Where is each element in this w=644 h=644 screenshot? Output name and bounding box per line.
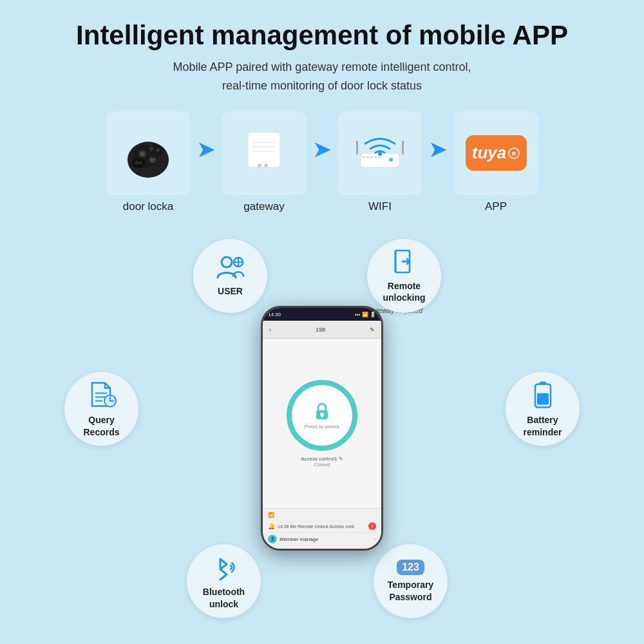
- phone-signal: ▪▪▪ 📶 🔋: [355, 312, 376, 317]
- gateway-label: gateway: [243, 200, 284, 213]
- door-lock-box: [106, 111, 190, 195]
- svg-point-32: [222, 257, 232, 267]
- phone-status-bar: 14:30 ▪▪▪ 📶 🔋: [263, 308, 381, 321]
- door-lock-label: door locka: [123, 200, 173, 213]
- battery-icon: [529, 381, 557, 409]
- svg-rect-22: [378, 156, 381, 158]
- phone-number: 198: [316, 327, 325, 333]
- svg-point-23: [389, 158, 393, 162]
- app-box: tuya R: [454, 111, 538, 195]
- flow-item-wifi: WIFI: [328, 111, 431, 213]
- svg-rect-15: [253, 146, 275, 147]
- password-icon-area: 123: [397, 560, 424, 576]
- wifi-box: [338, 111, 422, 195]
- lock-circle[interactable]: Press to unlock: [287, 380, 357, 451]
- notification-text: 14:28 Me Remote Unlock Access cont.: [278, 524, 366, 529]
- svg-rect-11: [248, 132, 280, 167]
- bluetooth-icon: [209, 553, 240, 581]
- wifi-router-icon: [351, 131, 409, 176]
- nav-edit[interactable]: ✎: [370, 327, 375, 333]
- phone-bottom-section: 📶 🔔 14:28 Me Remote Unlock Access cont. …: [263, 508, 381, 549]
- svg-point-12: [258, 164, 261, 167]
- bottom-section: 14:30 ▪▪▪ 📶 🔋 ‹ 198 ✎: [26, 232, 618, 625]
- svg-rect-25: [356, 140, 358, 155]
- svg-text:R: R: [512, 151, 516, 157]
- svg-rect-14: [253, 142, 275, 143]
- remote-label: Remoteunlocking: [383, 280, 425, 303]
- flow-row: door locka ➤ gateway ➤: [97, 111, 547, 213]
- closed-status: Closed: [314, 462, 330, 468]
- password-badge: 123: [397, 560, 424, 575]
- svg-rect-20: [370, 156, 373, 158]
- svg-rect-26: [402, 140, 404, 155]
- press-to-unlock-label: Press to unlock: [305, 424, 340, 430]
- main-container: Intelligent management of mobile APP Mob…: [0, 0, 644, 644]
- member-item[interactable]: 👤 Member manage ›: [268, 533, 376, 545]
- user-icon-area: [215, 254, 246, 283]
- svg-rect-46: [540, 382, 546, 385]
- svg-point-24: [378, 152, 382, 156]
- svg-point-37: [403, 260, 406, 263]
- notification-badge: 2: [368, 522, 376, 530]
- feature-circle-password: 123 TemporaryPassword: [374, 544, 448, 618]
- svg-rect-47: [537, 393, 549, 405]
- user-label: USER: [218, 285, 243, 297]
- tuya-logo: tuya R: [466, 135, 527, 171]
- svg-point-13: [264, 164, 268, 167]
- feature-circle-remote: Remoteunlocking: [367, 239, 441, 313]
- svg-point-7: [139, 161, 142, 164]
- page-title: Intelligent management of mobile APP: [76, 19, 568, 52]
- subtitle: Mobile APP paired with gateway remote in…: [173, 58, 471, 95]
- notification-item[interactable]: 🔔 14:28 Me Remote Unlock Access cont. 2: [268, 520, 376, 533]
- access-control-label: Access control1 ✎: [301, 456, 343, 462]
- query-icon-area: [87, 381, 117, 412]
- wifi-label: WIFI: [368, 200, 392, 213]
- query-records-icon: [87, 381, 117, 409]
- battery-icon-area: [529, 381, 557, 412]
- member-avatar: 👤: [268, 535, 277, 544]
- feature-circle-bluetooth: Bluetoothunlock: [187, 544, 261, 618]
- remote-unlock-icon: [390, 248, 419, 275]
- feature-circle-query: QueryRecords: [64, 372, 138, 446]
- bluetooth-icon-area: [209, 553, 240, 583]
- feature-circle-user: USER: [193, 239, 267, 313]
- phone-screen: 14:30 ▪▪▪ 📶 🔋 ‹ 198 ✎: [263, 308, 381, 549]
- user-icon: [215, 254, 246, 280]
- svg-rect-21: [374, 156, 377, 158]
- subtitle-line1: Mobile APP paired with gateway remote in…: [173, 61, 471, 73]
- phone-mockup: 14:30 ▪▪▪ 📶 🔋 ‹ 198 ✎: [261, 306, 383, 551]
- bluetooth-label: Bluetoothunlock: [203, 586, 245, 609]
- bell-icon: 🔔: [268, 523, 275, 529]
- svg-point-6: [135, 161, 138, 165]
- subtitle-line2: real-time monitoring of door lock status: [222, 79, 422, 92]
- svg-rect-19: [366, 156, 369, 158]
- flow-item-app: tuya R APP: [444, 111, 547, 213]
- phone-nav-bar: ‹ 198 ✎: [263, 321, 381, 339]
- svg-rect-31: [321, 415, 323, 417]
- svg-point-3: [140, 152, 144, 156]
- svg-point-9: [149, 146, 154, 151]
- phone-time: 14:30: [268, 312, 281, 317]
- gateway-box: [222, 111, 306, 195]
- tuya-text: tuya: [472, 143, 506, 163]
- remote-icon-area: [390, 248, 419, 278]
- svg-point-10: [156, 148, 160, 152]
- flow-item-gateway: gateway: [213, 111, 316, 213]
- wifi-indicator: 📶: [268, 512, 376, 518]
- member-text: Member manage: [279, 536, 372, 542]
- tuya-registered-icon: R: [508, 147, 520, 159]
- svg-rect-18: [363, 156, 365, 158]
- app-label: APP: [485, 200, 507, 213]
- door-lock-icon: [119, 124, 177, 182]
- password-label: TemporaryPassword: [388, 579, 433, 602]
- member-chevron-icon: ›: [374, 536, 376, 542]
- phone-lock-area: Press to unlock Access control1 ✎ Closed: [263, 339, 381, 508]
- feature-circle-battery: Batteryreminder: [506, 372, 580, 446]
- svg-point-8: [147, 145, 162, 158]
- flow-item-door: door locka: [97, 111, 200, 213]
- lock-icon: [312, 401, 332, 422]
- gateway-icon: [242, 126, 287, 180]
- svg-rect-16: [253, 151, 275, 152]
- nav-back[interactable]: ‹: [269, 327, 271, 333]
- query-label: QueryRecords: [83, 414, 119, 437]
